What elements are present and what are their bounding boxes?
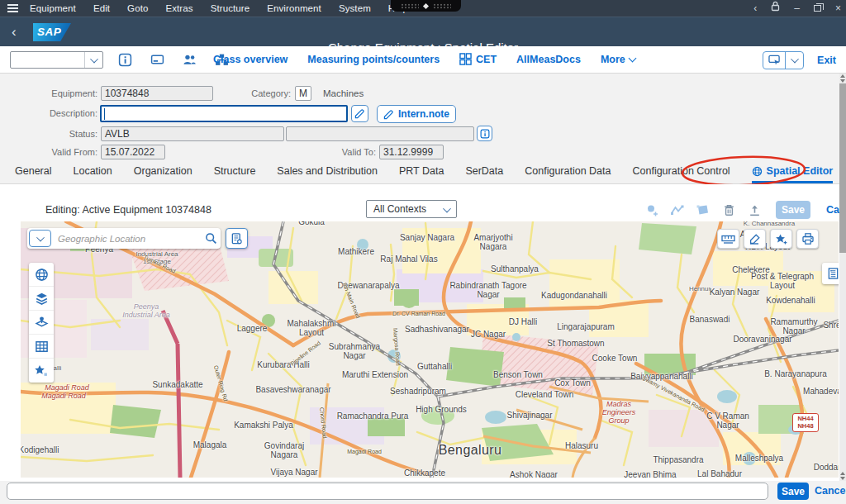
menu-item-environment[interactable]: Environment: [267, 3, 321, 13]
menu-item-structure[interactable]: Structure: [211, 3, 250, 13]
chevron-down-icon[interactable]: [785, 52, 803, 69]
tab-strip: GeneralLocationOrganizationStructureSale…: [0, 162, 839, 184]
minimize-icon[interactable]: –: [794, 0, 800, 17]
gui-options-split-button[interactable]: [763, 51, 804, 69]
draw-line-button[interactable]: [668, 201, 687, 219]
description-input[interactable]: [100, 105, 348, 122]
tab-general[interactable]: General: [15, 165, 51, 183]
status-info-button[interactable]: [477, 126, 492, 141]
chevron-down-icon: [628, 54, 636, 62]
menu-item-equipment[interactable]: Equipment: [30, 3, 76, 13]
draw-point-button[interactable]: [643, 201, 661, 219]
print-button[interactable]: [796, 229, 819, 249]
equipment-field[interactable]: 10374848: [101, 86, 213, 101]
status-bar: Save Cancel: [0, 481, 846, 504]
cancel-button[interactable]: Cancel: [815, 485, 846, 497]
bookmarks-button[interactable]: [29, 359, 54, 383]
screen-pointer-icon[interactable]: [763, 52, 785, 69]
pencil-icon: [383, 109, 394, 120]
upload-button[interactable]: [745, 201, 763, 219]
all-meas-docs-link[interactable]: AllMeasDocs: [516, 54, 581, 65]
partners-icon[interactable]: [180, 50, 198, 69]
hamburger-icon[interactable]: [0, 4, 25, 12]
scrollbar-thumb[interactable]: [839, 83, 846, 253]
dots-icon: [433, 3, 451, 9]
measuring-points-link[interactable]: Measuring points/counters: [307, 54, 440, 65]
category-label: Category:: [204, 88, 291, 98]
display-screen-icon[interactable]: [148, 50, 166, 69]
edit-description-button[interactable]: [351, 105, 368, 122]
scale-measure-button[interactable]: [717, 229, 739, 249]
cet-link[interactable]: CET: [459, 53, 497, 65]
tab-serdata[interactable]: SerData: [465, 165, 503, 183]
editor-save-button[interactable]: Save: [776, 201, 810, 219]
lock-icon[interactable]: [771, 0, 780, 17]
chevron-down-icon: [440, 202, 454, 217]
tab-sales-and-distribution[interactable]: Sales and Distribution: [277, 165, 378, 183]
layers-button[interactable]: [29, 287, 54, 311]
diamond-icon: [423, 2, 429, 8]
tab-configuration-data[interactable]: Configuration Data: [525, 165, 611, 183]
scroll-down-icon[interactable]: [840, 79, 845, 83]
legend-button[interactable]: [822, 263, 839, 284]
menu-item-edit[interactable]: Edit: [93, 3, 110, 13]
context-select[interactable]: All Contexts: [366, 200, 457, 218]
tab-location[interactable]: Location: [73, 165, 112, 183]
menu-item-system[interactable]: System: [339, 3, 371, 13]
intern-note-button[interactable]: Intern.note: [377, 105, 456, 123]
close-icon[interactable]: ×: [835, 0, 841, 17]
draw-polygon-button[interactable]: [694, 201, 712, 219]
command-field[interactable]: [10, 51, 103, 69]
search-results-button[interactable]: [226, 228, 248, 249]
valid-from-field[interactable]: 15.07.2022: [101, 145, 165, 159]
scroll-up-icon[interactable]: [840, 472, 845, 475]
class-overview-link[interactable]: Class overview: [213, 54, 288, 65]
attribute-table-button[interactable]: [29, 335, 54, 359]
pencil-icon: [354, 108, 365, 119]
search-input[interactable]: [51, 228, 201, 249]
scroll-down-icon[interactable]: [840, 477, 845, 480]
screen-recorder-overlay: [391, 0, 461, 12]
chevron-down-icon[interactable]: [84, 52, 102, 68]
globe-icon: [752, 166, 763, 177]
search-scope-dropdown[interactable]: [29, 230, 51, 247]
menu-items: EquipmentEditGotoExtrasStructureEnvironm…: [30, 3, 408, 13]
feature-layer-button[interactable]: [29, 311, 54, 335]
tab-structure[interactable]: Structure: [214, 165, 256, 183]
status-label: Status:: [11, 129, 97, 139]
tab-spatial-editor[interactable]: Spatial Editor: [752, 165, 834, 183]
status-field[interactable]: AVLB: [101, 126, 284, 141]
exit-button[interactable]: Exit: [817, 55, 836, 66]
tab-configuration-control[interactable]: Configuration Control: [632, 165, 730, 183]
menu-item-extras[interactable]: Extras: [165, 3, 192, 13]
basemap-globe-button[interactable]: [29, 263, 54, 287]
restore-icon[interactable]: [814, 5, 821, 12]
map-canvas[interactable]: GokulaSanjay NagaraAmarjyothi NagaraAgar…: [21, 221, 839, 478]
history-back-icon[interactable]: ‹: [753, 0, 757, 17]
equipment-label: Equipment:: [11, 88, 97, 98]
status-field-2[interactable]: [286, 126, 474, 141]
menu-item-goto[interactable]: Goto: [127, 3, 148, 13]
tab-prt-data[interactable]: PRT Data: [399, 165, 444, 183]
category-field[interactable]: M: [295, 86, 311, 101]
scroll-up-icon[interactable]: [840, 74, 845, 78]
menu-bar: EquipmentEditGotoExtrasStructureEnvironm…: [0, 0, 846, 17]
valid-to-field[interactable]: 31.12.9999: [379, 145, 444, 159]
highway-badge: NH44 NH48: [792, 413, 819, 432]
add-bookmark-button[interactable]: [770, 229, 792, 249]
vertical-scrollbar[interactable]: [839, 74, 846, 481]
back-icon[interactable]: ‹: [12, 24, 17, 40]
measure-distance-button[interactable]: [744, 229, 766, 249]
delete-button[interactable]: [720, 201, 738, 219]
spatial-editor-panel: Editing: Active Equipment 10374848 All C…: [0, 184, 839, 481]
sap-logo: SAP: [33, 23, 71, 41]
search-icon[interactable]: [201, 232, 221, 245]
editor-cancel-button[interactable]: Cancel: [826, 204, 839, 216]
application-toolbar: Class overview Measuring points/counters…: [0, 46, 846, 74]
category-text: Machines: [323, 88, 364, 98]
message-field[interactable]: [7, 483, 768, 500]
more-menu[interactable]: More: [601, 54, 635, 65]
tab-organization[interactable]: Organization: [134, 165, 192, 183]
save-button[interactable]: Save: [777, 483, 809, 500]
info-icon[interactable]: [116, 50, 134, 69]
